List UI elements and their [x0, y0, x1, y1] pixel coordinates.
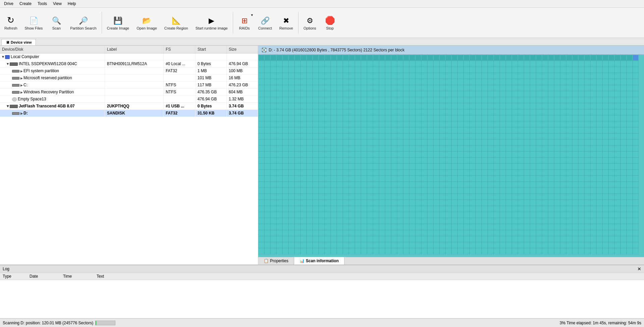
partition-search-label: Partition Search — [70, 26, 96, 30]
table-row[interactable]: Empty Space13476.94 GB1.32 MB — [0, 96, 258, 103]
table-header-row: Device/Disk Label FS Start Size — [0, 46, 258, 53]
device-view-label: Device view — [11, 40, 32, 44]
log-col-text: Text — [94, 273, 644, 280]
table-cell-label — [105, 89, 163, 96]
table-cell-size — [226, 53, 258, 60]
table-row[interactable]: ▶D:SANDISKFAT3231.50 KB3.74 GB — [0, 110, 258, 117]
options-label: Options — [304, 26, 316, 30]
menu-help[interactable]: Help — [65, 1, 79, 7]
stop-label: Stop — [326, 26, 334, 30]
table-cell-fs: #1 USB ... — [163, 103, 195, 110]
progress-bar-inner — [96, 321, 96, 325]
scan-info-tab-label: Scan information — [306, 259, 339, 263]
left-panel: Device/Disk Label FS Start Size ▾Local C… — [0, 46, 258, 265]
table-cell-fs: NTFS — [163, 82, 195, 89]
refresh-button[interactable]: Refresh — [1, 9, 21, 36]
remove-button[interactable]: Remove — [276, 9, 297, 36]
log-col-type: Type — [0, 273, 27, 280]
stop-button[interactable]: Stop — [320, 9, 340, 36]
disk-header: 💽 D: - 3.74 GB (4016012800 Bytes , 78437… — [258, 46, 644, 55]
log-col-time: Time — [60, 273, 94, 280]
table-cell-label — [105, 96, 163, 103]
menu-create[interactable]: Create — [17, 1, 34, 7]
scan-label: Scan — [52, 26, 61, 30]
options-button[interactable]: Options — [300, 9, 320, 36]
table-cell-fs: NTFS — [163, 89, 195, 96]
table-cell-label: SANDISK — [105, 110, 163, 117]
device-view-tab[interactable]: 🖥 Device view — [1, 39, 36, 45]
raids-dropdown-arrow: ▼ — [251, 13, 254, 17]
menu-view[interactable]: View — [50, 1, 64, 7]
table-cell-size: 1.32 MB — [226, 96, 258, 103]
scan-button[interactable]: Scan — [46, 9, 66, 36]
partition-search-button[interactable]: Partition Search — [66, 9, 100, 36]
table-cell-fs: #0 Local ... — [163, 60, 195, 67]
log-table: Type Date Time Text — [0, 273, 644, 280]
table-cell-start: 0 Bytes — [195, 60, 226, 67]
table-cell-label: BTNH00911LRM512A — [105, 60, 163, 67]
connect-button[interactable]: Connect — [255, 9, 276, 36]
table-cell-label — [105, 67, 163, 75]
properties-tab-icon: 📋 — [264, 259, 269, 263]
connect-icon — [261, 15, 270, 25]
showfiles-icon — [29, 15, 38, 25]
table-cell-label — [105, 82, 163, 89]
createregion-icon — [172, 15, 181, 25]
log-area: Log ✕ Type Date Time Text — [0, 265, 644, 318]
toolbar-sep-3 — [298, 12, 299, 34]
remove-icon — [283, 15, 289, 25]
log-col-date: Date — [27, 273, 60, 280]
disk-grid-container — [258, 55, 644, 257]
col-start: Start — [195, 46, 226, 53]
table-row[interactable]: ▾JetFlash Transcend 4GB 8.072UKPTHQQ#1 U… — [0, 103, 258, 110]
table-cell-fs: FAT32 — [163, 67, 195, 75]
log-title: Log — [3, 267, 9, 271]
table-row[interactable]: ▶Microsoft reserved partition101 MB16 MB — [0, 75, 258, 82]
table-cell-fs — [163, 96, 195, 103]
options-icon — [307, 15, 313, 25]
main-area: Device/Disk Label FS Start Size ▾Local C… — [0, 46, 644, 265]
scan-info-tab[interactable]: 📊 Scan information — [294, 257, 344, 265]
table-row[interactable]: ▶Windows Recovery PartitionNTFS476.35 GB… — [0, 89, 258, 96]
table-row[interactable]: ▶C:NTFS117 MB476.23 GB — [0, 82, 258, 89]
table-cell-fs: FAT32 — [163, 110, 195, 117]
tabbar: 🖥 Device view — [0, 38, 644, 46]
table-cell-size: 3.74 GB — [226, 103, 258, 110]
col-device: Device/Disk — [0, 46, 105, 53]
create-region-button[interactable]: Create Region — [161, 9, 192, 36]
menubar: Drive Create Tools View Help — [0, 0, 644, 8]
show-files-button[interactable]: Show Files — [21, 9, 47, 36]
table-row[interactable]: ▶EFI system partitionFAT321 MB100 MB — [0, 67, 258, 75]
create-image-button[interactable]: Create Image — [103, 9, 133, 36]
start-runtime-button[interactable]: Start runtime image — [192, 9, 231, 36]
open-image-button[interactable]: Open Image — [133, 9, 161, 36]
col-fs: FS — [163, 46, 195, 53]
createimage-icon — [113, 15, 122, 25]
connect-label: Connect — [258, 26, 272, 30]
table-cell-start — [195, 53, 226, 60]
refresh-icon — [7, 15, 14, 25]
menu-drive[interactable]: Drive — [1, 1, 16, 7]
table-cell-start: 476.35 GB — [195, 89, 226, 96]
scan-visualization — [258, 55, 644, 257]
menu-tools[interactable]: Tools — [35, 1, 50, 7]
log-close-button[interactable]: ✕ — [637, 266, 641, 272]
table-cell-label — [105, 53, 163, 60]
scan-status-text: Scanning D: position: 120.01 MB (245776 … — [3, 321, 93, 325]
device-tree-body: ▾Local Computer▾INTEL SSDPEKNW512G8 004C… — [0, 53, 258, 117]
raids-button[interactable]: RAIDs ▼ — [234, 9, 255, 36]
create-image-label: Create Image — [107, 26, 129, 30]
disk-header-text: D: - 3.74 GB (4016012800 Bytes , 7843775… — [269, 48, 405, 52]
properties-tab[interactable]: 📋 Properties — [258, 257, 294, 265]
table-cell-start: 31.50 KB — [195, 110, 226, 117]
table-row[interactable]: ▾INTEL SSDPEKNW512G8 004CBTNH00911LRM512… — [0, 60, 258, 67]
runtime-icon — [209, 15, 214, 25]
table-cell-size: 476.94 GB — [226, 60, 258, 67]
table-row[interactable]: ▾Local Computer — [0, 53, 258, 60]
table-cell-size: 604 MB — [226, 89, 258, 96]
col-label: Label — [105, 46, 163, 53]
show-files-label: Show Files — [25, 26, 43, 30]
progress-container: Scanning D: position: 120.01 MB (245776 … — [3, 321, 115, 325]
table-cell-start: 1 MB — [195, 67, 226, 75]
create-region-label: Create Region — [164, 26, 188, 30]
